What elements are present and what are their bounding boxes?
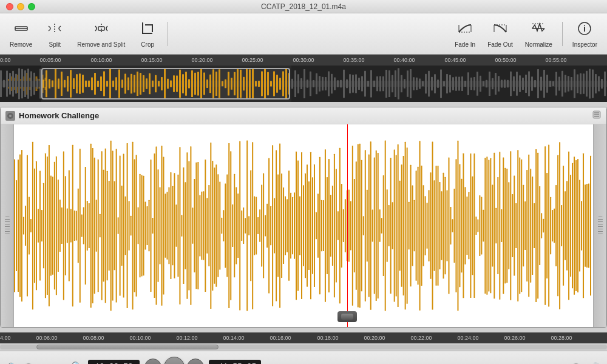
fade-out-label: Fade Out (487, 41, 513, 48)
svg-rect-439 (399, 181, 401, 271)
split-button[interactable]: Split (39, 17, 70, 51)
svg-rect-422 (368, 155, 370, 297)
track-expand-right[interactable] (592, 110, 602, 122)
track-handle-right[interactable] (593, 124, 606, 327)
svg-rect-32 (36, 78, 38, 89)
ruler-bottom-12: 00:28:00 (551, 335, 572, 341)
title-bar: CCATP_2018_12_01.m4a (0, 0, 607, 13)
current-time-display: 18:23.78 (88, 360, 140, 364)
svg-rect-303 (152, 218, 154, 234)
rewind-button[interactable] (144, 359, 161, 365)
svg-rect-387 (305, 174, 306, 278)
svg-rect-340 (219, 181, 220, 269)
svg-rect-210 (577, 75, 578, 93)
svg-rect-239 (36, 161, 37, 291)
svg-rect-290 (129, 201, 130, 250)
svg-rect-355 (246, 140, 248, 311)
svg-rect-349 (236, 187, 237, 264)
svg-rect-454 (427, 203, 428, 249)
remove-and-split-button[interactable]: Remove and Split (72, 17, 130, 51)
zoom-in-icon[interactable]: 🔍 (71, 361, 83, 364)
fade-in-label: Fade In (455, 41, 475, 48)
svg-rect-389 (308, 181, 310, 270)
remove-button[interactable]: Remove (5, 17, 37, 51)
svg-rect-483 (479, 195, 480, 256)
svg-rect-326 (194, 179, 195, 272)
zoom-area: 🔍 🔍 (7, 361, 83, 364)
svg-rect-441 (403, 156, 404, 295)
svg-rect-302 (151, 160, 152, 292)
inspector-button[interactable]: i Inspector (568, 17, 602, 51)
scrollbar-thumb[interactable] (36, 345, 219, 349)
svg-rect-323 (188, 161, 189, 291)
svg-rect-133 (343, 70, 345, 98)
svg-rect-380 (292, 197, 293, 255)
track-container: Homework Challenge (0, 107, 607, 328)
svg-rect-327 (195, 163, 197, 289)
main-waveform-area[interactable] (14, 124, 593, 327)
svg-rect-376 (285, 196, 286, 255)
overview-waveform-area[interactable]: wave data (0, 66, 607, 102)
svg-rect-242 (41, 210, 42, 241)
fast-forward-button[interactable] (187, 359, 204, 365)
svg-rect-475 (464, 187, 466, 265)
zoom-out-icon[interactable]: 🔍 (7, 362, 18, 365)
crop-button[interactable]: Crop (132, 17, 163, 51)
fade-out-button[interactable]: Fade Out (483, 17, 518, 51)
scrubber-handle[interactable] (337, 311, 357, 322)
svg-rect-386 (303, 185, 304, 266)
fade-in-button[interactable]: Fade In (450, 17, 480, 51)
svg-rect-142 (370, 70, 372, 98)
svg-rect-151 (398, 68, 399, 99)
svg-rect-540 (583, 153, 584, 298)
svg-rect-147 (385, 70, 387, 98)
svg-rect-450 (419, 141, 421, 311)
ruler-bottom: 00:04:00 00:06:00 00:08:00 00:10:00 00:1… (0, 332, 607, 343)
svg-rect-316 (175, 204, 177, 247)
svg-rect-282 (114, 181, 115, 271)
svg-rect-315 (174, 173, 175, 278)
svg-rect-194 (528, 72, 530, 96)
svg-rect-262 (78, 189, 79, 263)
svg-rect-328 (197, 162, 198, 289)
close-button[interactable] (6, 3, 13, 10)
traffic-lights (6, 3, 35, 10)
svg-rect-419 (363, 216, 364, 235)
svg-rect-457 (432, 141, 433, 309)
scrollbar-area[interactable] (0, 343, 607, 351)
svg-rect-408 (343, 209, 344, 242)
svg-rect-228 (16, 180, 17, 271)
svg-rect-129 (331, 74, 333, 93)
svg-rect-354 (245, 218, 246, 233)
svg-rect-172 (461, 76, 463, 91)
selection-box[interactable] (41, 68, 290, 99)
maximize-button[interactable] (28, 3, 35, 10)
svg-rect-21 (3, 80, 5, 88)
play-button[interactable] (164, 357, 185, 365)
normalize-button[interactable]: Normalize (520, 17, 557, 51)
svg-rect-527 (559, 142, 560, 309)
svg-rect-477 (468, 192, 469, 260)
svg-rect-361 (257, 217, 259, 234)
svg-rect-126 (322, 77, 324, 91)
track-title: Homework Challenge (19, 111, 99, 120)
svg-rect-535 (574, 157, 575, 294)
svg-rect-444 (409, 202, 410, 250)
scrubber-inner (341, 314, 353, 320)
svg-rect-169 (452, 77, 454, 90)
svg-rect-442 (405, 142, 406, 310)
svg-rect-180 (486, 80, 487, 87)
svg-rect-257 (69, 170, 70, 281)
svg-rect-543 (588, 184, 589, 268)
svg-rect-353 (243, 207, 244, 244)
svg-rect-492 (495, 208, 497, 243)
track-handle-left[interactable] (1, 124, 14, 327)
svg-rect-507 (523, 185, 524, 267)
minimize-button[interactable] (17, 3, 24, 10)
svg-rect-516 (539, 186, 540, 265)
svg-rect-233 (25, 206, 26, 246)
svg-rect-348 (234, 174, 235, 277)
svg-rect-537 (577, 159, 578, 292)
svg-rect-173 (464, 81, 466, 87)
svg-rect-189 (513, 76, 515, 91)
